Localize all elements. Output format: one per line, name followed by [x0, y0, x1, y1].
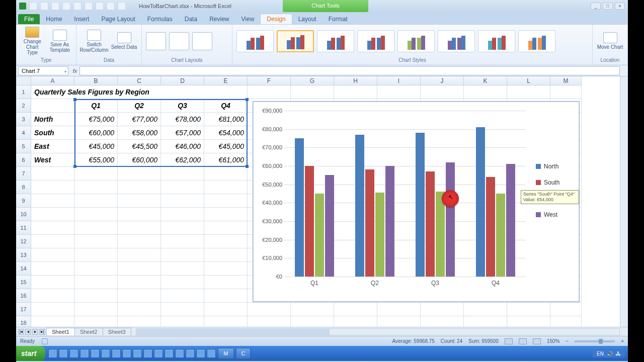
- bar-south-q2[interactable]: [365, 169, 374, 277]
- chart-style-8[interactable]: [518, 30, 555, 52]
- view-normal-icon[interactable]: [505, 338, 513, 344]
- cell-A17[interactable]: [31, 303, 74, 316]
- cell-K1[interactable]: [464, 85, 507, 99]
- row-header-11[interactable]: 11: [16, 221, 31, 235]
- cell-C4[interactable]: €58,000: [118, 126, 161, 140]
- sheet-tab-sheet3[interactable]: Sheet3: [103, 328, 131, 335]
- cell-E11[interactable]: [204, 221, 248, 235]
- tab-insert[interactable]: Insert: [68, 14, 95, 24]
- zoom-out-icon[interactable]: −: [566, 338, 569, 344]
- cell-B2[interactable]: Q1: [74, 99, 118, 113]
- cell-A2[interactable]: [31, 99, 74, 113]
- ql-icon[interactable]: [69, 349, 78, 358]
- zoom-level[interactable]: 150%: [547, 338, 560, 344]
- cell-E16[interactable]: [204, 289, 248, 303]
- cell-I1[interactable]: [377, 85, 421, 99]
- cell-K18[interactable]: [464, 316, 507, 327]
- chart-style-7[interactable]: [478, 30, 515, 52]
- row-header-8[interactable]: 8: [16, 180, 31, 194]
- bar-west-q3[interactable]: [446, 162, 455, 277]
- qat-preview-icon[interactable]: [96, 2, 104, 10]
- legend-item-south[interactable]: South: [536, 174, 559, 191]
- cell-H17[interactable]: [334, 303, 377, 316]
- cell-A12[interactable]: [31, 235, 74, 248]
- cell-E5[interactable]: €45,000: [204, 140, 248, 153]
- sheet-tab-sheet1[interactable]: Sheet1: [46, 328, 75, 335]
- cell-B8[interactable]: [74, 180, 118, 194]
- cell-A4[interactable]: South: [31, 126, 74, 140]
- cell-E8[interactable]: [204, 180, 248, 194]
- cell-C18[interactable]: [118, 316, 161, 327]
- cell-C2[interactable]: Q2: [118, 99, 161, 113]
- cell-D9[interactable]: [161, 194, 204, 208]
- qat-open-icon[interactable]: [73, 2, 82, 10]
- col-header-G[interactable]: G: [291, 76, 334, 85]
- col-header-D[interactable]: D: [161, 76, 204, 85]
- cell-H1[interactable]: [334, 85, 377, 99]
- formula-input[interactable]: [79, 66, 620, 75]
- row-header-18[interactable]: 18: [16, 316, 31, 327]
- cell-F17[interactable]: [248, 303, 291, 316]
- cell-B15[interactable]: [74, 276, 118, 289]
- col-header-M[interactable]: M: [550, 76, 582, 85]
- ql-icon[interactable]: [165, 349, 174, 358]
- cell-C17[interactable]: [118, 303, 161, 316]
- bar-west-q2[interactable]: [385, 166, 394, 277]
- cell-F1[interactable]: [248, 85, 291, 99]
- cell-G17[interactable]: [291, 303, 334, 316]
- ql-icon[interactable]: [101, 349, 110, 358]
- qat-quickprint-icon[interactable]: [85, 2, 93, 10]
- cell-A10[interactable]: [31, 208, 74, 221]
- select-all-corner[interactable]: [16, 76, 31, 85]
- cell-B3[interactable]: €75,000: [74, 113, 118, 126]
- close-button[interactable]: ×: [615, 3, 625, 10]
- legend-item-west[interactable]: West: [536, 207, 559, 223]
- row-header-7[interactable]: 7: [16, 167, 31, 180]
- col-header-L[interactable]: L: [507, 76, 550, 85]
- tab-file[interactable]: File: [18, 14, 40, 24]
- row-header-12[interactable]: 12: [16, 235, 31, 248]
- cell-D8[interactable]: [161, 180, 204, 194]
- cell-D14[interactable]: [161, 262, 204, 276]
- cell-B17[interactable]: [74, 303, 118, 316]
- cell-I17[interactable]: [377, 303, 421, 316]
- tab-review[interactable]: Review: [203, 14, 235, 24]
- change-chart-type-button[interactable]: Change Chart Type: [20, 27, 45, 55]
- ql-icon[interactable]: [91, 349, 100, 358]
- cell-D18[interactable]: [161, 316, 204, 327]
- qat-spell-icon[interactable]: [107, 2, 115, 10]
- name-box[interactable]: Chart 7: [18, 66, 68, 75]
- cell-B7[interactable]: [74, 167, 118, 180]
- ql-icon[interactable]: [207, 349, 216, 358]
- save-as-template-button[interactable]: Save As Template: [48, 30, 72, 53]
- cell-L1[interactable]: [507, 85, 550, 99]
- cell-D4[interactable]: €57,000: [161, 126, 204, 140]
- ql-icon[interactable]: [59, 349, 68, 358]
- cell-G1[interactable]: [291, 85, 334, 99]
- cell-C9[interactable]: [118, 194, 161, 208]
- cell-E10[interactable]: [204, 208, 248, 221]
- horizontal-scrollbar[interactable]: [136, 328, 620, 335]
- cell-C15[interactable]: [118, 276, 161, 289]
- tab-formulas[interactable]: Formulas: [141, 14, 179, 24]
- cell-B12[interactable]: [74, 235, 118, 248]
- row-header-6[interactable]: 6: [16, 153, 31, 167]
- cell-J1[interactable]: [421, 85, 464, 99]
- qat-new-icon[interactable]: [62, 2, 70, 10]
- cell-G18[interactable]: [291, 316, 334, 327]
- cell-C6[interactable]: €60,000: [118, 153, 161, 167]
- row-header-14[interactable]: 14: [16, 262, 31, 276]
- cell-C3[interactable]: €77,000: [118, 113, 161, 126]
- restore-button[interactable]: □: [603, 3, 613, 10]
- chart-layout-1[interactable]: [146, 32, 166, 50]
- chart-style-6[interactable]: [438, 30, 475, 52]
- cell-B10[interactable]: [74, 208, 118, 221]
- zoom-slider[interactable]: [575, 340, 615, 342]
- tray-icon[interactable]: 🔊: [607, 351, 613, 356]
- fx-icon[interactable]: fx: [70, 68, 79, 74]
- cell-D7[interactable]: [161, 167, 204, 180]
- row-header-17[interactable]: 17: [16, 303, 31, 316]
- cell-L17[interactable]: [507, 303, 550, 316]
- tab-data[interactable]: Data: [179, 14, 203, 24]
- bar-north-q2[interactable]: [355, 135, 364, 277]
